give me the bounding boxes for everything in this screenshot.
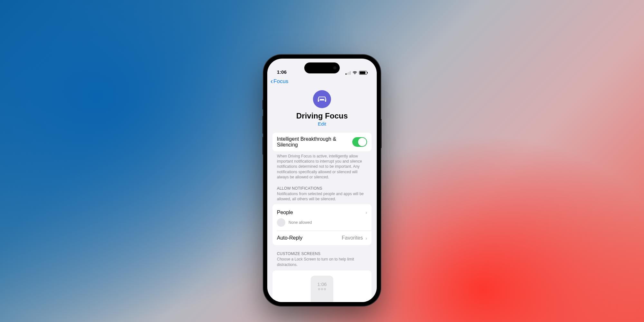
chevron-right-icon: › <box>365 235 367 241</box>
customize-card: 1:06 <box>272 270 372 302</box>
page-title: Driving Focus <box>267 111 377 120</box>
side-button <box>262 100 263 109</box>
autoreply-row[interactable]: Auto-Reply Favorites › <box>272 231 372 245</box>
volume-down-button <box>262 137 263 155</box>
intelligent-toggle[interactable] <box>352 137 367 147</box>
cellular-signal-icon <box>346 71 351 75</box>
intelligent-label: Intelligent Breakthrough & Silencing <box>277 136 352 148</box>
iphone-frame: 1:06 ‹ Focus Driving Focus Edit Int <box>263 55 381 306</box>
chevron-right-icon: › <box>365 210 367 215</box>
avatar-placeholder-icon <box>277 218 285 227</box>
dynamic-island <box>304 62 340 73</box>
wifi-icon <box>352 71 357 75</box>
allow-header: ALLOW NOTIFICATIONS <box>272 180 372 191</box>
people-empty: None allowed <box>272 218 372 231</box>
intelligent-row: Intelligent Breakthrough & Silencing <box>272 133 372 151</box>
preview-widgets-icon <box>318 288 326 290</box>
people-label: People <box>277 210 293 215</box>
autoreply-value: Favorites <box>342 235 363 241</box>
car-icon <box>313 90 331 108</box>
back-label: Focus <box>273 78 288 85</box>
customize-header: CUSTOMIZE SCREENS <box>272 245 372 257</box>
intelligent-card: Intelligent Breakthrough & Silencing <box>272 133 372 151</box>
preview-time: 1:06 <box>317 281 327 287</box>
battery-icon <box>359 71 367 75</box>
intelligent-footer: When Driving Focus is active, intelligen… <box>272 151 372 180</box>
back-button[interactable]: ‹ Focus <box>270 78 289 85</box>
chevron-left-icon: ‹ <box>270 78 273 85</box>
status-time: 1:06 <box>277 69 287 75</box>
people-row[interactable]: People › <box>272 204 372 218</box>
nav-bar: ‹ Focus <box>267 76 377 88</box>
people-empty-label: None allowed <box>289 220 312 225</box>
edit-button[interactable]: Edit <box>318 121 326 127</box>
allow-sub: Notifications from selected people and a… <box>272 191 372 204</box>
autoreply-label: Auto-Reply <box>277 235 302 241</box>
customize-sub: Choose a Lock Screen to turn on to help … <box>272 257 372 270</box>
screen: 1:06 ‹ Focus Driving Focus Edit Int <box>267 59 377 302</box>
allow-card: People › None allowed Auto-Reply Favorit… <box>272 204 372 245</box>
power-button <box>381 119 382 148</box>
volume-up-button <box>262 116 263 134</box>
page-header: Driving Focus Edit <box>267 88 377 133</box>
lockscreen-preview[interactable]: 1:06 <box>311 276 333 302</box>
